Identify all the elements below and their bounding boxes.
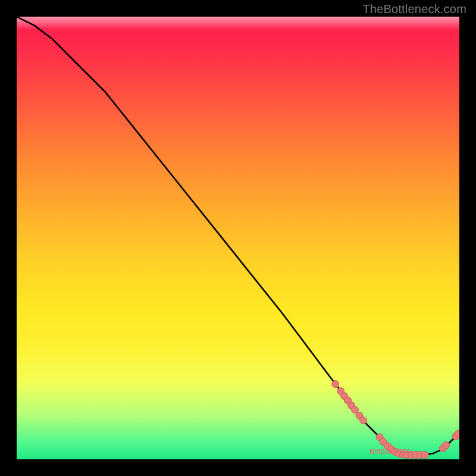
- plot-area: NVIDIA GEFO: [17, 17, 459, 459]
- data-point: [421, 452, 428, 459]
- watermark-text: TheBottleneck.com: [362, 2, 466, 16]
- data-point: [455, 430, 459, 437]
- data-point: [443, 441, 450, 449]
- series-label: NVIDIA GEFO: [369, 449, 411, 455]
- data-points: [332, 381, 459, 459]
- bottleneck-curve: [17, 17, 459, 455]
- chart-svg: [17, 17, 459, 459]
- data-point: [360, 417, 367, 424]
- chart-stage: TheBottleneck.com NVIDIA GEFO: [0, 0, 476, 476]
- data-point: [332, 381, 339, 388]
